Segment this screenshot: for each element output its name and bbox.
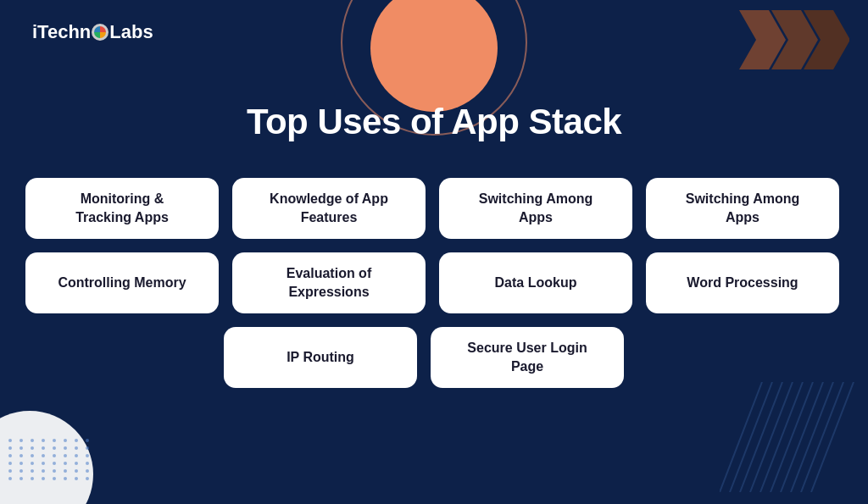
dot <box>42 454 45 457</box>
dot <box>8 469 12 473</box>
dot <box>42 477 45 480</box>
dot <box>19 462 23 465</box>
card-switching-among-apps-1[interactable]: Switching AmongApps <box>439 178 632 239</box>
dot <box>31 469 34 473</box>
dot <box>75 469 78 473</box>
card-ip-routing-label: IP Routing <box>287 348 354 367</box>
card-evaluation-expressions[interactable]: Evaluation ofExpressions <box>232 252 426 313</box>
card-data-lookup[interactable]: Data Lookup <box>439 252 632 313</box>
dot <box>53 462 56 465</box>
dot <box>42 469 45 473</box>
card-knowledge-app-features-label: Knowledge of AppFeatures <box>270 190 388 226</box>
dot <box>75 477 78 480</box>
deco-dots-bottom-left: (function(){ const container = document.… <box>8 439 92 480</box>
card-ip-routing[interactable]: IP Routing <box>224 327 417 388</box>
dot <box>86 439 89 442</box>
deco-chevrons-top-right <box>739 10 849 69</box>
dot <box>64 439 67 442</box>
cards-grid: Monitoring &Tracking Apps Knowledge of A… <box>25 178 843 402</box>
card-data-lookup-label: Data Lookup <box>495 274 577 292</box>
dot <box>53 439 56 442</box>
logo-circle-icon <box>92 24 108 41</box>
dot <box>19 446 23 450</box>
dot <box>86 462 89 465</box>
page-title: Top Uses of App Stack <box>0 102 868 142</box>
dot <box>19 439 23 442</box>
dot <box>8 477 12 480</box>
dot <box>31 462 34 465</box>
card-controlling-memory-label: Controlling Memory <box>58 274 186 292</box>
dot <box>8 454 12 457</box>
dot <box>42 439 45 442</box>
dot <box>64 477 67 480</box>
dot <box>19 454 23 457</box>
dot <box>64 446 67 450</box>
card-switching-among-apps-2-label: Switching AmongApps <box>686 190 800 226</box>
cards-row-1: Monitoring &Tracking Apps Knowledge of A… <box>25 178 843 239</box>
card-switching-among-apps-1-label: Switching AmongApps <box>479 190 593 226</box>
logo: iTechnLabs <box>32 21 153 43</box>
card-evaluation-expressions-label: Evaluation ofExpressions <box>287 264 371 301</box>
dot <box>31 477 34 480</box>
dot <box>75 439 78 442</box>
card-secure-user-login-label: Secure User LoginPage <box>467 339 587 375</box>
dot <box>53 477 56 480</box>
dot <box>53 469 56 473</box>
dot <box>31 439 34 442</box>
card-secure-user-login[interactable]: Secure User LoginPage <box>431 327 624 388</box>
dot <box>53 454 56 457</box>
cards-row-3: IP Routing Secure User LoginPage <box>25 327 843 388</box>
logo-text-part2: Labs <box>109 21 153 43</box>
dot <box>75 462 78 465</box>
deco-lines-bottom-right <box>720 382 855 496</box>
card-controlling-memory[interactable]: Controlling Memory <box>25 252 219 313</box>
dot <box>86 469 89 473</box>
cards-row-2: Controlling Memory Evaluation ofExpressi… <box>25 252 843 313</box>
card-word-processing-label: Word Processing <box>687 274 798 292</box>
card-monitoring-tracking[interactable]: Monitoring &Tracking Apps <box>25 178 219 239</box>
card-monitoring-tracking-label: Monitoring &Tracking Apps <box>75 190 169 226</box>
card-word-processing[interactable]: Word Processing <box>646 252 839 313</box>
dot <box>64 462 67 465</box>
dot <box>86 446 89 450</box>
logo-text-part1: iTechn <box>32 21 91 43</box>
dot <box>42 446 45 450</box>
dot <box>86 477 89 480</box>
dot <box>75 454 78 457</box>
dot <box>31 446 34 450</box>
deco-lines-svg <box>720 382 855 492</box>
dot <box>8 439 12 442</box>
dot <box>86 454 89 457</box>
dot <box>8 446 12 450</box>
chevrons-svg <box>739 10 849 69</box>
dot <box>19 469 23 473</box>
card-knowledge-app-features[interactable]: Knowledge of AppFeatures <box>232 178 426 239</box>
dot <box>19 477 23 480</box>
dot <box>42 462 45 465</box>
dot <box>31 454 34 457</box>
dot <box>53 446 56 450</box>
card-switching-among-apps-2[interactable]: Switching AmongApps <box>646 178 839 239</box>
dot <box>64 469 67 473</box>
dot <box>75 446 78 450</box>
dot <box>8 462 12 465</box>
dot <box>64 454 67 457</box>
